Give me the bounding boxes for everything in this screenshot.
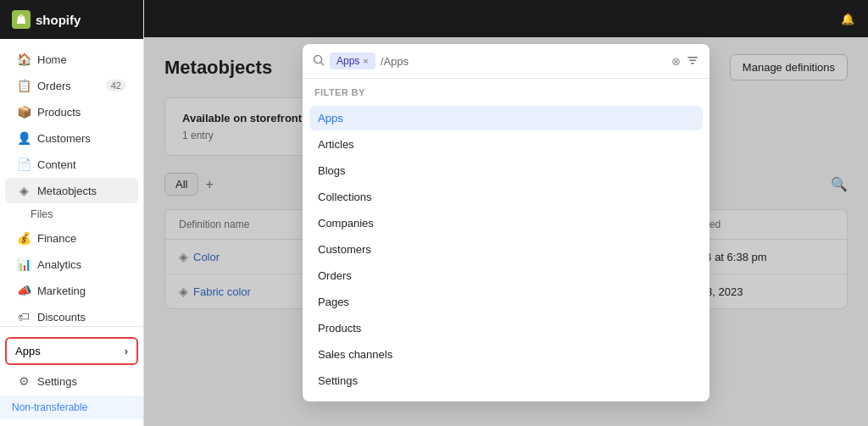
sidebar-item-discounts-label: Discounts bbox=[37, 311, 86, 324]
dropdown-item-collections[interactable]: Collections bbox=[309, 185, 703, 209]
sidebar-item-finance-label: Finance bbox=[37, 232, 76, 245]
dropdown-item-sales-channels[interactable]: Sales channels bbox=[309, 342, 703, 367]
shopify-bag-icon bbox=[12, 10, 31, 29]
sidebar-item-analytics-label: Analytics bbox=[37, 258, 81, 271]
search-clear-icon[interactable]: ⊗ bbox=[671, 55, 681, 68]
shopify-text: shopify bbox=[36, 13, 81, 27]
finance-icon: 💰 bbox=[17, 231, 31, 245]
non-transferable-item[interactable]: Non-transferable bbox=[0, 396, 143, 419]
sidebar: shopify 🏠 Home 📋 Orders 42 📦 Products 👤 … bbox=[0, 0, 144, 426]
sidebar-item-content-label: Content bbox=[37, 158, 76, 171]
orders-icon: 📋 bbox=[17, 79, 31, 92]
sidebar-apps-section[interactable]: Apps › bbox=[5, 337, 138, 365]
sidebar-item-content[interactable]: 📄 Content bbox=[5, 152, 138, 177]
search-input-row: Apps × ⊗ bbox=[303, 44, 709, 79]
orders-badge: 42 bbox=[106, 80, 126, 91]
apps-label: Apps bbox=[15, 345, 41, 357]
sidebar-item-products[interactable]: 📦 Products bbox=[5, 99, 138, 124]
sidebar-item-home-label: Home bbox=[37, 53, 67, 66]
apps-arrow-icon: › bbox=[125, 345, 128, 357]
search-tag-apps: Apps × bbox=[330, 53, 376, 69]
svg-rect-4 bbox=[691, 63, 694, 64]
dropdown-item-blogs[interactable]: Blogs bbox=[309, 158, 703, 183]
sidebar-item-discounts[interactable]: 🏷 Discounts bbox=[5, 304, 138, 326]
settings-label: Settings bbox=[37, 375, 77, 388]
svg-rect-2 bbox=[687, 57, 698, 58]
sidebar-item-finance[interactable]: 💰 Finance bbox=[5, 225, 138, 251]
settings-icon: ⚙ bbox=[17, 374, 31, 388]
dropdown-item-apps[interactable]: Apps bbox=[309, 106, 703, 130]
shopify-logo[interactable]: shopify bbox=[12, 10, 81, 29]
main-content: 🔔 Metaobjects Manage definitions Availab… bbox=[144, 0, 868, 426]
topbar: 🔔 bbox=[144, 0, 868, 37]
dropdown-item-settings[interactable]: Settings bbox=[309, 368, 703, 393]
sidebar-nav: 🏠 Home 📋 Orders 42 📦 Products 👤 Customer… bbox=[0, 39, 143, 326]
sidebar-item-marketing[interactable]: 📣 Marketing bbox=[5, 278, 138, 303]
sidebar-item-settings[interactable]: ⚙ Settings bbox=[5, 368, 138, 394]
content-icon: 📄 bbox=[17, 158, 31, 171]
sidebar-header: shopify bbox=[0, 0, 143, 39]
sidebar-item-files-label: Files bbox=[31, 208, 53, 220]
search-tag-label: Apps bbox=[337, 55, 359, 67]
marketing-icon: 📣 bbox=[17, 284, 31, 297]
svg-rect-3 bbox=[689, 59, 696, 61]
sidebar-item-metaobjects-label: Metaobjects bbox=[37, 185, 97, 197]
search-dropdown: Apps × ⊗ Filter by Apps Articles Blogs C… bbox=[303, 44, 709, 401]
sidebar-item-metaobjects[interactable]: ◈ Metaobjects bbox=[5, 178, 138, 203]
sidebar-item-files[interactable]: Files bbox=[5, 204, 138, 224]
search-overlay[interactable]: Apps × ⊗ Filter by Apps Articles Blogs C… bbox=[144, 37, 868, 426]
svg-line-1 bbox=[320, 62, 324, 65]
sidebar-item-marketing-label: Marketing bbox=[37, 285, 86, 297]
search-filter-icon[interactable] bbox=[686, 53, 699, 69]
sidebar-item-home[interactable]: 🏠 Home bbox=[5, 47, 138, 72]
customers-icon: 👤 bbox=[17, 131, 31, 145]
home-icon: 🏠 bbox=[17, 53, 31, 66]
sidebar-bottom: Apps › ⚙ Settings Non-transferable bbox=[0, 326, 143, 426]
search-icon bbox=[313, 54, 325, 69]
non-transferable-label: Non-transferable bbox=[12, 401, 87, 413]
sidebar-item-customers[interactable]: 👤 Customers bbox=[5, 125, 138, 151]
search-tag-remove[interactable]: × bbox=[363, 56, 368, 66]
sidebar-item-orders-label: Orders bbox=[37, 80, 71, 92]
bell-icon[interactable]: 🔔 bbox=[841, 13, 854, 25]
dropdown-items: Apps Articles Blogs Collections Companie… bbox=[303, 102, 709, 401]
dropdown-item-orders[interactable]: Orders bbox=[309, 263, 703, 288]
dropdown-item-companies[interactable]: Companies bbox=[309, 211, 703, 235]
discounts-icon: 🏷 bbox=[17, 310, 31, 324]
sidebar-item-analytics[interactable]: 📊 Analytics bbox=[5, 252, 138, 277]
analytics-icon: 📊 bbox=[17, 257, 31, 271]
filter-by-label: Filter by bbox=[303, 79, 709, 102]
sidebar-item-orders[interactable]: 📋 Orders 42 bbox=[5, 73, 138, 98]
metaobjects-icon: ◈ bbox=[17, 184, 31, 197]
svg-point-0 bbox=[314, 55, 322, 63]
products-icon: 📦 bbox=[17, 105, 31, 119]
sidebar-item-products-label: Products bbox=[37, 106, 81, 119]
dropdown-item-articles[interactable]: Articles bbox=[309, 132, 703, 157]
dropdown-item-pages[interactable]: Pages bbox=[309, 290, 703, 314]
dropdown-item-products[interactable]: Products bbox=[309, 316, 703, 340]
sidebar-item-customers-label: Customers bbox=[37, 132, 91, 145]
search-input[interactable] bbox=[381, 55, 666, 68]
dropdown-item-customers[interactable]: Customers bbox=[309, 237, 703, 262]
